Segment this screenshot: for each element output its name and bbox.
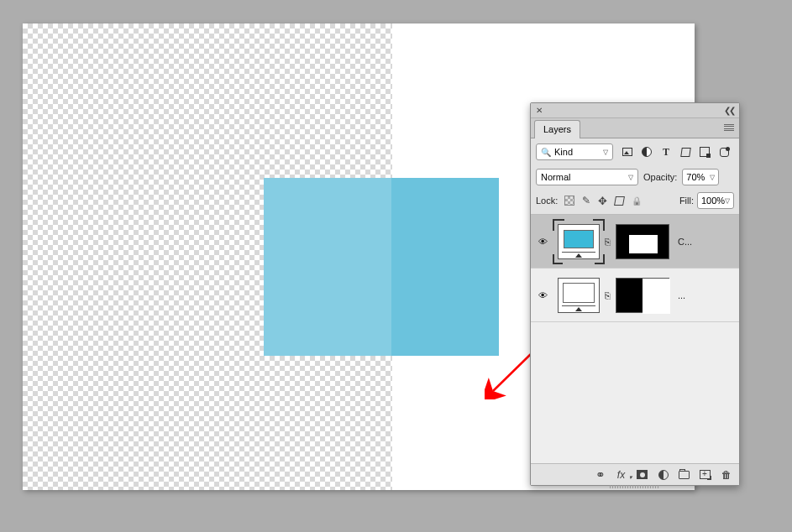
blend-row: Normal ▽ Opacity: 70% ▽ bbox=[531, 165, 739, 189]
layer-row[interactable]: ⎘ ... bbox=[531, 269, 739, 322]
cyan-rectangle[interactable] bbox=[264, 178, 499, 356]
lock-transparency-icon[interactable] bbox=[564, 196, 574, 206]
mask-link-icon[interactable]: ⎘ bbox=[605, 237, 611, 247]
fill-value: 100% bbox=[701, 196, 725, 206]
panel-collapse-icon[interactable]: ❮❮ bbox=[724, 106, 734, 115]
mask-link-icon[interactable]: ⎘ bbox=[605, 290, 611, 300]
layer-name[interactable]: ... bbox=[678, 290, 685, 300]
filter-pixel-icon[interactable] bbox=[622, 146, 633, 158]
add-mask-icon[interactable] bbox=[636, 468, 648, 481]
panel-tabs: Layers bbox=[531, 118, 739, 138]
visibility-toggle-icon[interactable] bbox=[536, 235, 549, 248]
blend-mode-select[interactable]: Normal ▽ bbox=[536, 169, 638, 185]
layers-list: ⎘ C... ⎘ ... bbox=[531, 215, 739, 463]
chevron-down-icon: ▽ bbox=[603, 149, 608, 156]
search-icon: 🔍 bbox=[541, 148, 551, 157]
opacity-field[interactable]: 70% ▽ bbox=[682, 169, 719, 185]
filter-toggle-icon[interactable] bbox=[718, 146, 730, 158]
visibility-toggle-icon[interactable] bbox=[536, 289, 549, 301]
new-adjustment-icon[interactable] bbox=[657, 468, 669, 481]
opacity-value: 70% bbox=[686, 172, 705, 182]
lock-row: Lock: Fill: 100% ▽ bbox=[531, 189, 739, 215]
panel-resize-grip[interactable] bbox=[531, 485, 739, 490]
layer-name[interactable]: C... bbox=[678, 237, 692, 247]
filter-type-icons: T bbox=[622, 146, 730, 158]
filter-kind-select[interactable]: 🔍 Kind ▽ bbox=[536, 143, 613, 160]
chevron-down-icon: ▽ bbox=[628, 174, 633, 181]
layer-thumbnail[interactable] bbox=[558, 224, 600, 259]
delete-layer-icon[interactable] bbox=[720, 468, 732, 481]
chevron-down-icon: ▽ bbox=[725, 197, 730, 205]
link-layers-icon[interactable] bbox=[594, 468, 606, 481]
filter-kind-label: Kind bbox=[554, 147, 573, 157]
fill-label: Fill: bbox=[679, 196, 694, 206]
lock-position-icon[interactable] bbox=[597, 196, 608, 206]
opacity-label: Opacity: bbox=[643, 172, 677, 182]
layer-thumbnail[interactable] bbox=[558, 278, 600, 313]
filter-adjustment-icon[interactable] bbox=[641, 146, 653, 158]
lock-label: Lock: bbox=[536, 196, 558, 206]
blend-mode-value: Normal bbox=[541, 172, 570, 182]
tab-layers[interactable]: Layers bbox=[534, 120, 580, 138]
panel-close-icon[interactable]: ✕ bbox=[536, 106, 543, 115]
layers-empty-area[interactable] bbox=[531, 322, 739, 463]
filter-smartobject-icon[interactable] bbox=[699, 146, 711, 158]
layer-mask-thumbnail[interactable] bbox=[616, 278, 669, 313]
layer-mask-thumbnail[interactable] bbox=[616, 224, 669, 259]
chevron-down-icon: ▽ bbox=[710, 174, 715, 181]
panel-titlebar[interactable]: ✕ ❮❮ bbox=[531, 103, 739, 118]
layers-panel[interactable]: ✕ ❮❮ Layers 🔍 Kind ▽ T Normal ▽ Opacity:… bbox=[530, 102, 740, 486]
new-group-icon[interactable] bbox=[678, 468, 690, 481]
lock-pixels-icon[interactable] bbox=[580, 196, 591, 206]
lock-all-icon[interactable] bbox=[631, 196, 642, 206]
layer-filter-row: 🔍 Kind ▽ T bbox=[531, 138, 739, 165]
layer-row[interactable]: ⎘ C... bbox=[531, 215, 739, 269]
fill-field[interactable]: 100% ▽ bbox=[697, 192, 734, 209]
filter-shape-icon[interactable] bbox=[679, 146, 691, 158]
new-layer-icon[interactable] bbox=[699, 468, 711, 481]
layer-fx-icon[interactable]: fx bbox=[615, 468, 627, 481]
cyan-rectangle-transparent-overlap bbox=[264, 178, 391, 356]
panel-bottom-toolbar: fx bbox=[531, 463, 739, 485]
lock-artboard-icon[interactable] bbox=[614, 196, 625, 206]
filter-type-icon[interactable]: T bbox=[660, 146, 672, 158]
panel-menu-icon[interactable] bbox=[722, 122, 736, 133]
